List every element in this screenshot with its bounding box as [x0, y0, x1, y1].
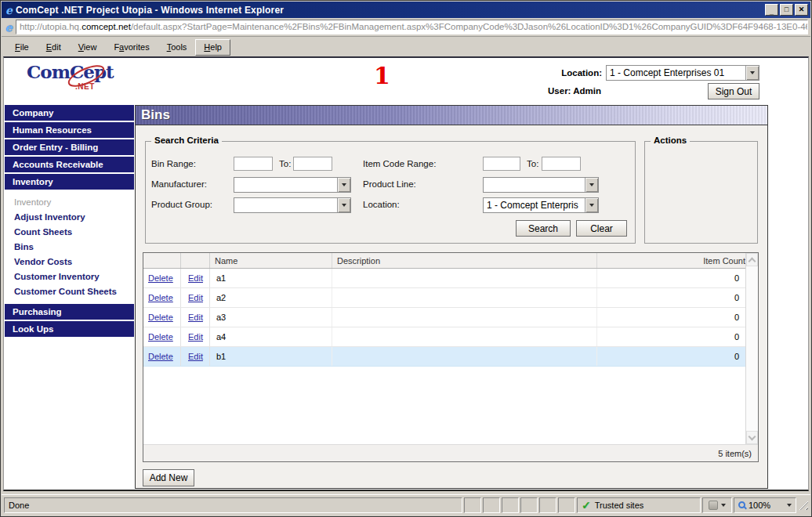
status-panel — [520, 497, 538, 513]
protected-mode-arrow-icon[interactable] — [721, 504, 726, 507]
search-button[interactable]: Search — [516, 220, 571, 237]
cell-name: a1 — [210, 269, 332, 287]
menu-edit[interactable]: Edit — [38, 39, 70, 56]
url-domain: comcept.net — [82, 22, 131, 31]
sidebar-subitem-adjust-inventory[interactable]: Adjust Inventory — [5, 211, 134, 226]
sidebar-item-inventory[interactable]: Inventory — [5, 174, 134, 190]
search-location-select-arrow-icon[interactable] — [585, 198, 598, 212]
address-bar: e http://utopia.hq.comcept.net/default.a… — [2, 18, 810, 37]
sidebar-subitem-customer-inventory[interactable]: Customer Inventory — [5, 270, 134, 285]
location-label: Location: — [561, 68, 602, 78]
sidebar-item-accounts-receivable[interactable]: Accounts Receivable — [5, 157, 134, 172]
location-select-arrow-icon[interactable] — [745, 66, 759, 80]
location-select[interactable]: 1 - Comcept Enterprises 01 — [606, 65, 759, 81]
edit-link[interactable]: Edit — [188, 293, 203, 302]
add-new-button[interactable]: Add New — [143, 469, 194, 486]
sidebar-item-human-resources[interactable]: Human Resources — [5, 122, 134, 138]
zoom-panel[interactable]: 100% — [734, 497, 796, 513]
table-row-selected: Delete Edit b1 0 — [143, 347, 745, 367]
status-panel — [483, 497, 500, 513]
scroll-down-icon[interactable] — [746, 431, 758, 444]
table-scrollbar[interactable] — [745, 253, 758, 444]
product-line-select-arrow-icon[interactable] — [585, 178, 598, 192]
url-suffix: /default.aspx?StartPage=Maintenance%2FBi… — [131, 22, 808, 31]
bin-range-from-input[interactable] — [234, 157, 273, 171]
sidebar-subitem-vendor-costs[interactable]: Vendor Costs — [5, 255, 134, 270]
url-input[interactable]: http://utopia.hq.comcept.net/default.asp… — [16, 20, 808, 34]
sidebar-subitem-bins[interactable]: Bins — [5, 240, 134, 255]
cell-name: b1 — [210, 347, 332, 366]
delete-link[interactable]: Delete — [148, 293, 173, 302]
zoom-level: 100% — [749, 501, 770, 510]
search-criteria-legend: Search Criteria — [151, 136, 222, 145]
edit-link[interactable]: Edit — [188, 352, 203, 361]
manufacturer-label: Manufacturer: — [151, 179, 207, 189]
delete-link[interactable]: Delete — [148, 332, 173, 342]
annotation-marker: 1 — [374, 64, 390, 88]
product-group-select[interactable] — [234, 197, 351, 213]
sidebar-item-order-entry-billing[interactable]: Order Entry - Billing — [5, 139, 134, 155]
table-row: Delete Edit a4 0 — [143, 327, 745, 347]
delete-link[interactable]: Delete — [148, 273, 173, 283]
menu-favorites[interactable]: Favorites — [105, 39, 158, 56]
security-zone-panel: ✓ Trusted sites — [577, 497, 701, 513]
search-location-select[interactable]: 1 - Comcept Enterpris — [483, 197, 599, 213]
edit-link[interactable]: Edit — [188, 273, 203, 283]
cell-description — [332, 308, 597, 327]
bins-table: Name Description Item Count Delete Edit … — [143, 252, 759, 462]
cell-name: a3 — [210, 308, 332, 327]
menu-view[interactable]: View — [70, 39, 106, 56]
item-code-to-input[interactable] — [542, 157, 581, 171]
resize-grip[interactable] — [798, 500, 808, 510]
sidebar-subitem-count-sheets[interactable]: Count Sheets — [5, 226, 134, 240]
menu-tools[interactable]: Tools — [158, 39, 196, 56]
minimize-button[interactable]: _ — [765, 4, 778, 16]
sidebar-nav: Company Human Resources Order Entry - Bi… — [5, 105, 134, 338]
edit-link[interactable]: Edit — [188, 313, 203, 322]
search-location-select-value: 1 - Comcept Enterpris — [484, 198, 585, 212]
manufacturer-select[interactable] — [234, 177, 351, 193]
column-header-name: Name — [210, 253, 332, 268]
logo-text: ComCept — [27, 61, 121, 82]
browser-window: e ComCept .NET Project Utopia - Windows … — [0, 0, 812, 517]
logo-suffix: .NET — [75, 82, 95, 91]
comcept-logo: ComCept .NET — [27, 61, 121, 102]
close-button[interactable]: ✕ — [795, 4, 808, 16]
sidebar-item-purchasing[interactable]: Purchasing — [5, 304, 134, 320]
actions-fieldset: Actions — [644, 141, 758, 244]
item-code-range-label: Item Code Range: — [363, 159, 436, 168]
sidebar-subitem-customer-count-sheets[interactable]: Customer Count Sheets — [5, 285, 134, 300]
search-criteria-fieldset: Search Criteria Bin Range: To: Item Code… — [145, 141, 636, 244]
menu-file[interactable]: File — [6, 39, 38, 56]
trusted-check-icon: ✓ — [582, 499, 591, 512]
item-code-from-input[interactable] — [483, 157, 520, 171]
edit-link[interactable]: Edit — [188, 332, 203, 342]
column-header-delete — [143, 253, 181, 268]
cell-item-count: 0 — [597, 308, 745, 327]
protected-mode-panel[interactable] — [702, 497, 732, 513]
zoom-arrow-icon[interactable] — [787, 504, 792, 507]
product-line-select[interactable] — [483, 177, 599, 193]
clear-button[interactable]: Clear — [576, 220, 627, 237]
search-location-label: Location: — [363, 200, 400, 209]
bin-range-to-input[interactable] — [293, 157, 332, 171]
sign-out-button[interactable]: Sign Out — [708, 83, 759, 99]
sidebar-inventory-submenu: Inventory Adjust Inventory Count Sheets … — [5, 191, 134, 304]
actions-legend: Actions — [651, 136, 690, 145]
status-panel — [502, 497, 519, 513]
product-group-select-arrow-icon[interactable] — [337, 198, 350, 212]
trusted-sites-label: Trusted sites — [595, 501, 644, 510]
delete-link[interactable]: Delete — [148, 313, 173, 322]
sidebar-item-look-ups[interactable]: Look Ups — [5, 321, 134, 337]
location-select-value: 1 - Comcept Enterprises 01 — [607, 66, 745, 80]
delete-link[interactable]: Delete — [148, 352, 173, 361]
cell-item-count: 0 — [597, 288, 745, 307]
table-row: Delete Edit a3 0 — [143, 308, 745, 327]
menu-help[interactable]: Help — [195, 39, 230, 56]
maximize-button[interactable]: □ — [780, 4, 793, 16]
manufacturer-select-arrow-icon[interactable] — [337, 178, 350, 192]
cell-name: a2 — [210, 288, 332, 307]
sidebar-item-company[interactable]: Company — [5, 105, 134, 121]
scroll-up-icon[interactable] — [746, 253, 758, 266]
status-text: Done — [4, 497, 462, 513]
